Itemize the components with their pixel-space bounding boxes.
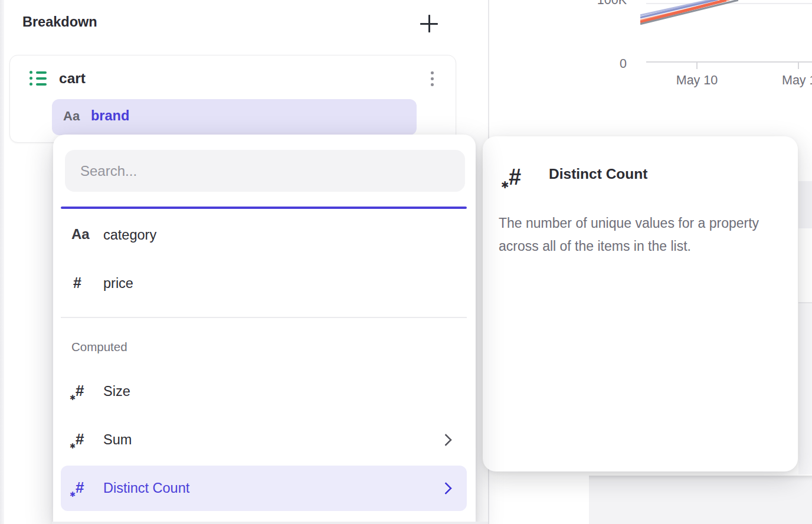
dropdown-item-label: category [103, 227, 156, 243]
chevron-right-icon [440, 482, 452, 494]
selected-property-label: brand [91, 108, 129, 124]
property-info-tooltip: #✱ Distinct Count The number of unique v… [483, 136, 798, 471]
list-property-icon [30, 71, 47, 87]
x-axis-label-may10: May 10 [670, 73, 723, 88]
computed-number-icon: #✱ [509, 165, 533, 189]
dropdown-divider [61, 317, 467, 318]
number-type-icon: # [73, 274, 81, 292]
background-row-band [798, 181, 812, 228]
tooltip-title: Distinct Count [549, 166, 647, 182]
x-axis-tick [696, 63, 698, 69]
selected-property-chip[interactable]: Aa brand [52, 99, 417, 135]
more-options-icon[interactable] [429, 70, 436, 88]
dropdown-item-label: Size [103, 384, 130, 399]
computed-number-icon: #✱ [76, 382, 93, 399]
dropdown-footer-divider [52, 522, 488, 524]
plus-icon [428, 15, 430, 32]
property-dropdown: Aa category # price Computed #✱ Size #✱ … [53, 135, 476, 524]
chevron-right-icon [440, 434, 452, 446]
dropdown-item-label: price [103, 276, 133, 292]
selected-item-indicator [61, 207, 467, 209]
tooltip-description: The number of unique values for a proper… [499, 212, 776, 258]
x-axis-tick [798, 63, 799, 69]
chart-x-axis [646, 61, 812, 63]
panel-edge-shadow [0, 0, 4, 524]
search-input[interactable] [65, 150, 465, 192]
dropdown-item-distinct-count[interactable]: #✱ Distinct Count [61, 466, 467, 511]
y-axis-label-0: 0 [590, 57, 627, 71]
dropdown-item-label: Sum [103, 432, 132, 448]
line-chart-series [640, 0, 812, 65]
background-row-band [798, 303, 812, 474]
app-canvas: Breakdown cart Aa brand Aa category # pr… [0, 0, 812, 524]
add-breakdown-button[interactable] [416, 11, 442, 37]
group-name-label[interactable]: cart [59, 70, 86, 87]
dropdown-item-label: Distinct Count [103, 480, 189, 496]
computed-number-icon: #✱ [76, 430, 93, 448]
computed-section-label: Computed [71, 340, 127, 354]
y-axis-label-100k: 100K [590, 0, 627, 8]
x-axis-label-may1x: May 1 [782, 73, 812, 88]
text-type-icon: Aa [71, 226, 90, 243]
breakdown-section-title: Breakdown [22, 14, 97, 30]
computed-number-icon: #✱ [76, 479, 93, 496]
text-type-icon: Aa [63, 109, 80, 124]
background-section-block [589, 476, 812, 524]
